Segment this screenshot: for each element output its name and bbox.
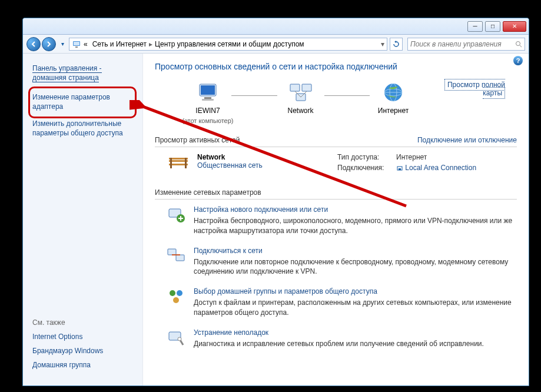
connect-to-network-link[interactable]: Подключиться к сети xyxy=(194,247,517,255)
svg-rect-6 xyxy=(201,85,215,95)
computer-icon xyxy=(196,81,220,104)
svg-point-3 xyxy=(516,41,520,45)
network-icon xyxy=(289,81,313,104)
titlebar: ─ □ ✕ xyxy=(23,18,529,35)
svg-point-31 xyxy=(173,297,179,303)
view-full-map-link[interactable]: Просмотр полной карты xyxy=(444,79,505,99)
search-input[interactable] xyxy=(410,40,515,48)
internet-options-link[interactable]: Internet Options xyxy=(32,333,133,341)
ethernet-icon xyxy=(396,164,405,172)
homegroup-sharing-link[interactable]: Выбор домашней группы и параметров общег… xyxy=(194,287,517,295)
search-box[interactable] xyxy=(407,38,525,51)
connect-to-network-item: Подключиться к сети Подключение или повт… xyxy=(167,247,517,277)
search-icon[interactable] xyxy=(515,41,522,48)
new-connection-icon xyxy=(167,205,185,224)
svg-rect-21 xyxy=(170,158,172,168)
svg-rect-7 xyxy=(204,97,211,99)
breadcrumb-sep: « xyxy=(81,40,90,48)
address-bar: ▾ « Сеть и Интернет ▸ Центр управления с… xyxy=(23,35,529,54)
troubleshoot-item: Устранение неполадок Диагностика и испра… xyxy=(167,328,517,349)
access-type-label: Тип доступа: xyxy=(337,153,396,161)
internet-node: Интернет xyxy=(358,81,429,124)
svg-line-4 xyxy=(520,45,522,47)
network-node: Network xyxy=(265,81,336,124)
svg-point-30 xyxy=(177,290,182,296)
forward-button[interactable] xyxy=(42,37,56,51)
cp-icon xyxy=(72,39,81,49)
this-computer-node: IEWIN7 (этот компьютер) xyxy=(172,81,243,124)
connection-link[interactable]: Local Area Connection xyxy=(405,164,476,172)
control-panel-home-link[interactable]: Панель управления - домашняя страница xyxy=(32,64,133,82)
breadcrumb-seg1[interactable]: Сеть и Интернет xyxy=(90,40,149,48)
svg-rect-28 xyxy=(176,255,184,261)
sidebar: Панель управления - домашняя страница Из… xyxy=(23,54,143,386)
history-dropdown[interactable]: ▾ xyxy=(58,38,67,50)
svg-rect-1 xyxy=(74,42,79,45)
setup-new-connection-link[interactable]: Настройка нового подключения или сети xyxy=(194,205,517,214)
chevron-down-icon[interactable]: ▾ xyxy=(381,40,384,48)
svg-point-29 xyxy=(170,290,175,296)
svg-rect-22 xyxy=(185,158,187,168)
network-settings-header: Изменение сетевых параметров xyxy=(155,186,517,200)
setup-new-connection-item: Настройка нового подключения или сети На… xyxy=(167,205,517,236)
page-title: Просмотр основных сведений о сети и наст… xyxy=(155,62,517,71)
troubleshoot-icon xyxy=(167,328,185,347)
change-adapter-settings-link[interactable]: Изменение параметров адаптера xyxy=(32,93,133,111)
troubleshoot-link[interactable]: Устранение неполадок xyxy=(194,328,484,337)
svg-rect-27 xyxy=(168,249,176,255)
control-panel-window: ─ □ ✕ ▾ « Сеть и Интернет ▸ Центр управл… xyxy=(22,18,529,386)
back-button[interactable] xyxy=(26,37,41,51)
active-network-item: Network Общественная сеть Тип доступа: И… xyxy=(155,153,517,174)
windows-firewall-link[interactable]: Брандмауэр Windows xyxy=(32,347,133,355)
connect-network-icon xyxy=(167,247,185,265)
network-map: IEWIN7 (этот компьютер) Network Ин xyxy=(155,81,517,130)
svg-rect-24 xyxy=(399,168,401,170)
svg-rect-2 xyxy=(75,46,78,48)
connections-label: Подключения: xyxy=(337,164,396,172)
access-type-value: Интернет xyxy=(396,153,427,161)
settings-list: Настройка нового подключения или сети На… xyxy=(155,205,517,349)
active-networks-header: Просмотр активных сетей Подключение или … xyxy=(155,134,517,147)
breadcrumb[interactable]: « Сеть и Интернет ▸ Центр управления сет… xyxy=(69,38,387,51)
maximize-button[interactable]: □ xyxy=(485,21,500,32)
close-button[interactable]: ✕ xyxy=(503,21,526,32)
homegroup-icon xyxy=(167,287,185,306)
globe-icon xyxy=(381,81,405,104)
connect-disconnect-link[interactable]: Подключение или отключение xyxy=(417,136,517,144)
help-icon[interactable]: ? xyxy=(513,56,523,65)
network-type-link[interactable]: Общественная сеть xyxy=(197,161,263,170)
svg-point-33 xyxy=(178,337,181,341)
minimize-button[interactable]: ─ xyxy=(467,21,483,32)
network-name: Network xyxy=(197,153,263,161)
breadcrumb-seg2[interactable]: Центр управления сетями и общим доступом xyxy=(152,40,307,48)
main-panel: ? Просмотр основных сведений о сети и на… xyxy=(143,54,529,386)
park-bench-icon xyxy=(167,153,190,171)
svg-rect-8 xyxy=(202,99,214,101)
refresh-button[interactable] xyxy=(390,38,403,51)
homegroup-sharing-item: Выбор домашней группы и параметров общег… xyxy=(167,287,517,318)
homegroup-link[interactable]: Домашняя группа xyxy=(32,361,133,369)
svg-rect-10 xyxy=(302,84,311,91)
advanced-sharing-settings-link[interactable]: Изменить дополнительные параметры общего… xyxy=(32,119,133,138)
svg-rect-9 xyxy=(290,84,300,91)
see-also-heading: См. также xyxy=(32,318,133,327)
